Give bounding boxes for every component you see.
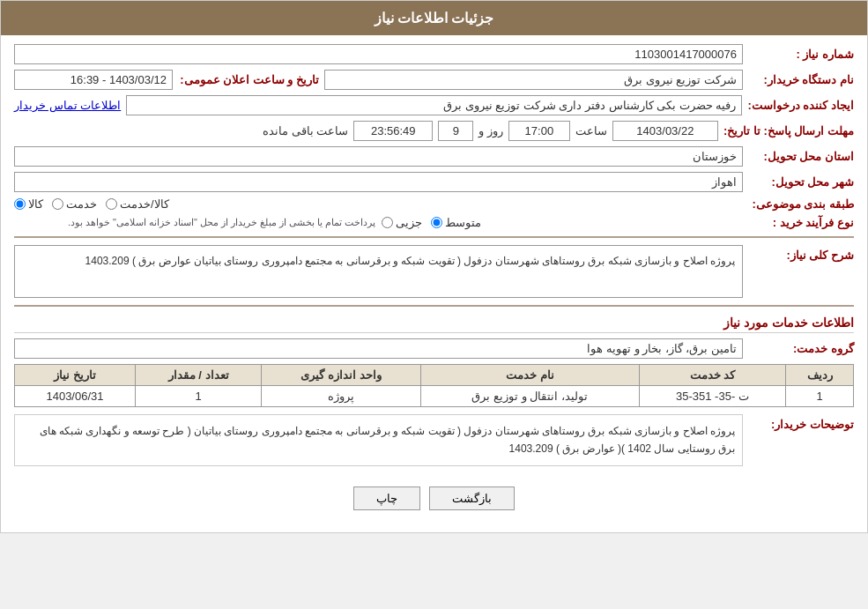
- nam-dastgah-label: نام دستگاه خریدار:: [748, 73, 854, 86]
- content-area: شماره نیاز : 1103001417000076 نام دستگاه…: [1, 35, 867, 532]
- kalakhedmat-radio[interactable]: [106, 198, 117, 210]
- shomare-niaz-field: 1103001417000076: [14, 44, 743, 64]
- kala-radio-item: کالا: [14, 197, 43, 211]
- sharh-koli-label: شرح کلی نیاز:: [748, 245, 854, 262]
- tarikh-label: تاریخ و ساعت اعلان عمومی:: [178, 73, 319, 86]
- kala-radio[interactable]: [14, 198, 26, 210]
- shahr-field: اهواز: [14, 172, 743, 192]
- parda-text: پرداخت تمام یا بخشی از مبلغ خریدار از مح…: [14, 217, 376, 228]
- tabaqe-row: طبقه بندی موضوعی: کالا خدمت کالا/خدمت: [14, 197, 854, 211]
- col-nam: نام خدمت: [420, 365, 639, 386]
- motevaset-radio-label: متوسط: [445, 216, 481, 229]
- table-cell-kodKhedmat: ت -35- 351-35: [639, 386, 786, 407]
- tarikh-field: 1403/03/12 - 16:39: [14, 70, 173, 90]
- shahr-row: شهر محل تحویل: اهواز: [14, 172, 854, 192]
- tabaqe-radio-group: کالا خدمت کالا/خدمت: [14, 197, 743, 211]
- back-button[interactable]: بازگشت: [429, 486, 515, 510]
- jozii-radio-label: جزیی: [396, 216, 422, 229]
- date-field: 1403/03/22: [612, 121, 718, 141]
- khedmat-radio[interactable]: [52, 198, 63, 210]
- saat-label: ساعت: [575, 124, 607, 137]
- ijad-label: ایجاد کننده درخواست:: [747, 99, 854, 112]
- col-vahed: واحد اندازه گیری: [262, 365, 421, 386]
- ostan-label: استان محل تحویل:: [748, 150, 854, 163]
- ijad-field: رفیه حضرت بکی کارشناس دفتر داری شرکت توز…: [126, 95, 742, 115]
- ostan-field: خوزستان: [14, 146, 743, 167]
- separator1: [14, 236, 854, 238]
- ostan-row: استان محل تحویل: خوزستان: [14, 146, 854, 167]
- page-wrapper: جزئیات اطلاعات نیاز شماره نیاز : 1103001…: [0, 0, 868, 533]
- farayand-label: نوع فرآیند خرید :: [748, 216, 854, 229]
- table-cell-namKhedmat: تولید، انتقال و توزیع برق: [420, 386, 639, 407]
- goroh-khedmat-label: گروه خدمت:: [748, 342, 854, 355]
- col-radif: ردیف: [786, 365, 854, 386]
- tosih-label: توضیحات خریدار:: [748, 414, 854, 431]
- farayand-radio-group: جزیی متوسط: [382, 216, 744, 229]
- col-tedad: تعداد / مقدار: [136, 365, 262, 386]
- mohlat-label: مهلت ارسال پاسخ: تا تاریخ:: [723, 124, 854, 137]
- motevaset-radio[interactable]: [431, 217, 442, 228]
- saat-field: 17:00: [508, 121, 570, 141]
- goroh-khedmat-field: تامین برق، گاز، بخار و تهویه هوا: [14, 338, 743, 359]
- ettelaat-khedmat-title: اطلاعات خدمات مورد نیاز: [14, 316, 854, 333]
- col-tarikh: تاریخ نیاز: [15, 365, 136, 386]
- table-cell-radif: 1: [786, 386, 854, 407]
- tarikh-dastgah-row: نام دستگاه خریدار: شرکت توزیع نیروی برق …: [14, 70, 854, 90]
- kalakhedmat-radio-label: کالا/خدمت: [120, 197, 169, 211]
- contact-link[interactable]: اطلاعات تماس خریدار: [14, 99, 121, 112]
- farayand-row: نوع فرآیند خرید : جزیی متوسط پرداخت تمام…: [14, 216, 854, 229]
- tosih-text: پروژه اصلاح و بازسازی شبکه برق روستاهای …: [22, 422, 735, 458]
- shomare-niaz-label: شماره نیاز :: [748, 48, 854, 61]
- khedmat-radio-item: خدمت: [52, 197, 97, 211]
- table-row: 1ت -35- 351-35تولید، انتقال و توزیع برقپ…: [15, 386, 854, 407]
- table-cell-tarikh: 1403/06/31: [15, 386, 136, 407]
- mohlat-row: مهلت ارسال پاسخ: تا تاریخ: 1403/03/22 سا…: [14, 121, 854, 141]
- header-title: جزئیات اطلاعات نیاز: [375, 11, 494, 26]
- jozii-radio-item: جزیی: [382, 216, 422, 229]
- motevaset-radio-item: متوسط: [431, 216, 481, 229]
- shahr-label: شهر محل تحویل:: [748, 175, 854, 189]
- col-kod: کد خدمت: [639, 365, 786, 386]
- table-cell-tedad: 1: [136, 386, 262, 407]
- sharh-koli-box: پروژه اصلاح و بازسازی شبکه برق روستاهای …: [14, 245, 743, 298]
- nam-dastgah-field: شرکت توزیع نیروی برق: [324, 70, 743, 90]
- goroh-khedmat-row: گروه خدمت: تامین برق، گاز، بخار و تهویه …: [14, 338, 854, 359]
- buttons-row: بازگشت چاپ: [14, 486, 854, 510]
- baghimande-field: 23:56:49: [353, 121, 433, 141]
- table-cell-vahed: پروژه: [262, 386, 421, 407]
- jozii-radio[interactable]: [382, 217, 393, 228]
- separator2: [14, 305, 854, 307]
- rooz-label: روز و: [479, 124, 503, 137]
- rooz-field: 9: [438, 121, 473, 141]
- kalakhedmat-radio-item: کالا/خدمت: [106, 197, 169, 211]
- service-table: ردیف کد خدمت نام خدمت واحد اندازه گیری ت…: [14, 364, 854, 407]
- baghimande-label: ساعت باقی مانده: [263, 124, 348, 137]
- shomare-niaz-row: شماره نیاز : 1103001417000076: [14, 44, 854, 64]
- header-bar: جزئیات اطلاعات نیاز: [1, 1, 867, 35]
- tosih-box: پروژه اصلاح و بازسازی شبکه برق روستاهای …: [14, 414, 743, 466]
- tosih-row: توضیحات خریدار: پروژه اصلاح و بازسازی شب…: [14, 414, 854, 473]
- tabaqe-label: طبقه بندی موضوعی:: [748, 197, 854, 211]
- ijad-row: ایجاد کننده درخواست: رفیه حضرت بکی کارشن…: [14, 95, 854, 115]
- sharh-koli-row: شرح کلی نیاز: پروژه اصلاح و بازسازی شبکه…: [14, 245, 854, 298]
- khedmat-radio-label: خدمت: [66, 197, 97, 211]
- kala-radio-label: کالا: [28, 197, 43, 211]
- print-button[interactable]: چاپ: [353, 486, 420, 510]
